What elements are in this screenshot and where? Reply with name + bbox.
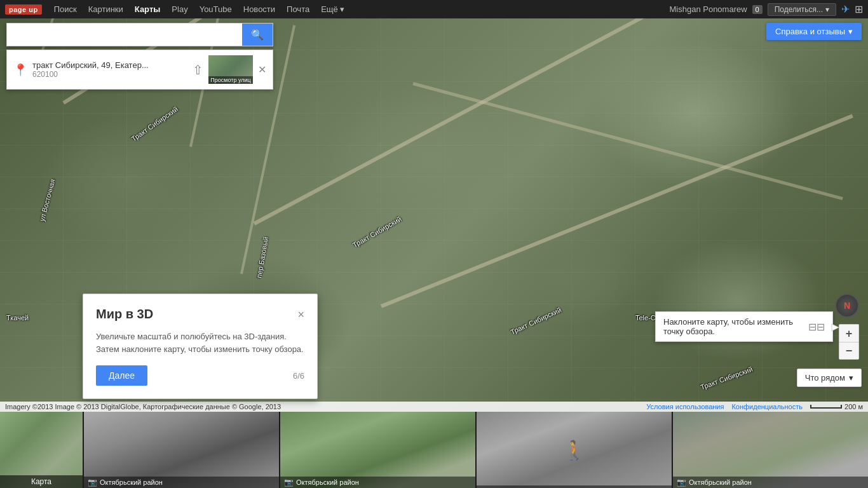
map-thumbnail[interactable]: Карта [0, 412, 83, 488]
dialog-3d: Мир в 3D × Увеличьте масштаб и полюбуйте… [83, 294, 318, 399]
scale-bar: 200 м [810, 403, 863, 410]
privacy-link[interactable]: Конфиденциальность [731, 403, 803, 410]
attribution-bar: Imagery ©2013 Image © 2013 DigitalGlobe,… [0, 402, 868, 412]
tilt-tooltip: Наклоните карту, чтобы изменить точку об… [655, 311, 833, 342]
send-icon[interactable]: ✈ [841, 3, 850, 15]
nearby-dropdown-icon: ▾ [849, 373, 853, 383]
attribution-text: Imagery ©2013 Image © 2013 DigitalGlobe,… [5, 403, 281, 410]
directions-icon[interactable]: ⇧ [193, 62, 203, 78]
photo-label-1: 📷 Октябрьский район [84, 477, 279, 488]
zoom-out-button[interactable]: − [839, 342, 859, 360]
attribution-right: Условия использования Конфиденциальность… [646, 403, 863, 410]
pageup-badge[interactable]: page up [5, 4, 42, 15]
photo-label-2: 📷 Октябрьский район [280, 477, 475, 488]
search-icon: 🔍 [251, 29, 264, 41]
top-nav: page up Поиск Картинки Карты Play YouTub… [0, 0, 868, 18]
zoom-controls: + − [839, 324, 859, 360]
photo-item-4[interactable]: 📷 Октябрьский район [672, 412, 868, 488]
location-text: тракт Сибирский, 49, Екатер... 620100 [32, 60, 187, 79]
map-thumb-label: Карта [0, 475, 83, 488]
search-input[interactable] [7, 25, 242, 45]
compass[interactable]: N [835, 294, 859, 318]
nav-item-more[interactable]: Ещё ▾ [315, 0, 350, 18]
help-button[interactable]: Справка и отзывы ▾ [766, 23, 862, 40]
street-view-thumbnail[interactable]: Просмотр улиц [208, 55, 253, 84]
photo-strip: Карта 📷 Октябрьский район 📷 Октябрьский … [0, 412, 868, 488]
nav-item-mail[interactable]: Почта [281, 0, 315, 18]
location-card: 📍 тракт Сибирский, 49, Екатер... 620100 … [6, 50, 273, 90]
nav-item-search[interactable]: Поиск [48, 0, 83, 18]
search-bar: 🔍 [6, 23, 273, 46]
terms-link[interactable]: Условия использования [646, 403, 724, 410]
camera-icon-4: 📷 [677, 478, 686, 487]
grid-icon[interactable]: ⊞ [855, 3, 863, 15]
photo-item-1[interactable]: 📷 Октябрьский район [83, 412, 279, 488]
nav-item-youtube[interactable]: YouTube [194, 0, 238, 18]
dialog-3d-title: Мир в 3D [96, 307, 153, 322]
location-index: 620100 [32, 70, 187, 79]
compass-n-label: N [844, 301, 850, 311]
scale-label: 200 м [844, 403, 863, 410]
notification-badge[interactable]: 0 [752, 5, 763, 14]
location-close-icon[interactable]: ✕ [258, 64, 266, 76]
photo-label-3 [477, 485, 672, 488]
dialog-close-button[interactable]: × [297, 309, 304, 320]
scale-line [810, 405, 842, 409]
tilt-controls-icon[interactable]: ⊟⊟ [808, 321, 825, 333]
dialog-3d-footer: Далее 6/6 [96, 365, 304, 386]
location-address: тракт Сибирский, 49, Екатер... [32, 60, 187, 70]
photo-label-4: 📷 Октябрьский район [673, 477, 868, 488]
dialog-3d-body: Увеличьте масштаб и полюбуйтесь на 3D-зд… [96, 330, 304, 355]
dialog-counter: 6/6 [293, 371, 304, 381]
nav-right: Mishgan Ponomarew 0 Поделиться... ▾ ✈ ⊞ [669, 3, 863, 16]
share-button[interactable]: Поделиться... ▾ [768, 3, 836, 16]
dialog-3d-header: Мир в 3D × [96, 307, 304, 322]
pegman-icon: 🚶 [562, 439, 586, 461]
street-view-label: Просмотр улиц [208, 76, 253, 84]
nav-item-maps[interactable]: Карты [129, 0, 166, 18]
nearby-label: Что рядом [805, 373, 845, 383]
nav-item-images[interactable]: Картинки [83, 0, 129, 18]
nav-item-news[interactable]: Новости [238, 0, 281, 18]
location-pin-icon: 📍 [13, 63, 27, 77]
zoom-in-button[interactable]: + [839, 324, 859, 342]
search-button[interactable]: 🔍 [242, 24, 273, 46]
camera-icon-1: 📷 [88, 478, 97, 487]
camera-icon-2: 📷 [284, 478, 294, 487]
nav-item-play[interactable]: Play [166, 0, 193, 18]
photo-item-3[interactable]: 🚶 [475, 412, 672, 488]
user-name[interactable]: Mishgan Ponomarew [669, 4, 747, 14]
photo-item-2[interactable]: 📷 Октябрьский район [279, 412, 475, 488]
nearby-button[interactable]: Что рядом ▾ [797, 369, 862, 387]
dialog-next-button[interactable]: Далее [96, 365, 147, 386]
